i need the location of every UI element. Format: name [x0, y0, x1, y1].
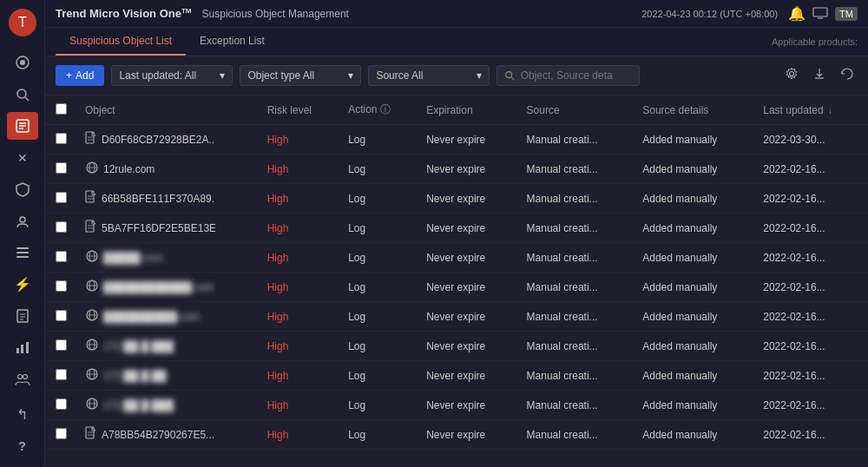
sidebar-item-home[interactable]	[7, 49, 38, 76]
row-checkbox[interactable]	[56, 369, 67, 380]
user-avatar[interactable]: TM	[835, 7, 858, 21]
row-expiration: Never expire	[418, 214, 517, 243]
svg-point-21	[17, 374, 22, 378]
row-checkbox[interactable]	[56, 251, 67, 262]
row-checkbox[interactable]	[56, 133, 67, 144]
row-risk-level: High	[259, 243, 340, 273]
row-checkbox[interactable]	[56, 339, 67, 351]
domain-icon	[85, 338, 103, 354]
main-content: Trend Micro Vision OneTM Suspicious Obje…	[45, 0, 868, 467]
row-checkbox[interactable]	[56, 221, 67, 233]
source-filter-label: Source All	[376, 69, 423, 82]
col-source-details: Source details	[634, 95, 754, 125]
row-expiration: Never expire	[418, 302, 517, 332]
row-expiration: Never expire	[418, 273, 517, 302]
svg-rect-11	[16, 247, 29, 249]
svg-point-25	[506, 72, 512, 78]
row-expiration: Never expire	[418, 125, 517, 155]
row-last-updated: 2022-02-16...	[754, 273, 868, 302]
row-source-details: Added manually	[634, 243, 754, 273]
table-row: █████.com High Log Never expire Manual c…	[45, 243, 868, 273]
row-source: Manual creati...	[518, 332, 635, 361]
row-object: 5BA7FF16DF2E5BE13E...	[76, 214, 215, 242]
table-row: D60F68CB72928BE2A... High Log Never expi…	[45, 125, 868, 155]
row-object: 172.██.█.███	[76, 391, 215, 419]
file-icon	[85, 131, 102, 148]
add-button[interactable]: + Add	[56, 65, 104, 86]
sidebar-item-suspicious[interactable]	[7, 112, 38, 140]
refresh-icon[interactable]	[837, 63, 858, 88]
row-last-updated: 2022-02-16...	[754, 155, 868, 184]
sidebar-item-lightning[interactable]: ⚡	[7, 270, 38, 298]
export-icon[interactable]	[809, 63, 830, 88]
row-checkbox[interactable]	[56, 310, 67, 321]
col-last-updated: Last updated ↓	[754, 95, 868, 125]
row-source: Manual creati...	[518, 420, 635, 450]
chevron-down-icon-2: ▾	[348, 69, 353, 82]
col-checkbox	[45, 95, 76, 125]
sidebar-item-search[interactable]	[7, 80, 38, 108]
row-object: A78BB54B2790267E5...	[76, 420, 215, 449]
domain-icon	[85, 249, 103, 266]
row-source-details: Added manually	[634, 273, 754, 302]
row-action: Log	[339, 391, 418, 420]
row-action: Log	[339, 184, 418, 214]
sidebar-item-help[interactable]: ?	[7, 432, 38, 460]
add-button-label: Add	[76, 69, 94, 82]
row-checkbox[interactable]	[56, 280, 67, 292]
row-checkbox[interactable]	[56, 192, 67, 203]
row-source-details: Added manually	[634, 125, 754, 155]
sidebar-item-people[interactable]	[7, 365, 38, 393]
row-risk-level: High	[259, 332, 340, 361]
svg-rect-19	[21, 345, 23, 353]
sidebar-item-shield[interactable]	[7, 175, 38, 203]
row-last-updated: 2022-03-30...	[754, 125, 868, 155]
row-action: Log	[339, 332, 418, 361]
row-source: Manual creati...	[518, 125, 635, 155]
file-icon	[85, 220, 102, 236]
file-icon	[85, 190, 102, 207]
settings-icon[interactable]	[781, 63, 802, 88]
topbar-icons: 🔔 TM	[788, 5, 858, 22]
applicable-products-label: Applicable products:	[772, 36, 858, 47]
row-source-details: Added manually	[634, 361, 754, 391]
domain-icon	[85, 161, 103, 177]
app-logo-icon[interactable]: T	[7, 7, 38, 38]
row-object: 172.██.█.██	[76, 361, 215, 390]
row-checkbox[interactable]	[56, 162, 67, 174]
row-object: D60F68CB72928BE2A...	[76, 125, 215, 154]
row-action: Log	[339, 420, 418, 450]
search-input[interactable]	[521, 69, 633, 82]
sidebar-item-chart[interactable]	[7, 333, 38, 361]
row-checkbox[interactable]	[56, 428, 67, 439]
notification-icon[interactable]: 🔔	[788, 5, 806, 22]
row-expiration: Never expire	[418, 332, 517, 361]
row-expiration: Never expire	[418, 361, 517, 391]
sidebar-item-flow[interactable]: ↰	[7, 400, 38, 428]
row-action: Log	[339, 155, 418, 184]
row-source: Manual creati...	[518, 155, 635, 184]
sidebar-item-doc[interactable]	[7, 302, 38, 330]
row-checkbox[interactable]	[56, 398, 67, 410]
row-object: ████████████.com	[76, 273, 215, 301]
row-expiration: Never expire	[418, 184, 517, 214]
row-source-details: Added manually	[634, 302, 754, 332]
tab-suspicious-object-list[interactable]: Suspicious Object List	[56, 28, 186, 56]
search-box[interactable]	[496, 65, 640, 86]
row-action: Log	[339, 214, 418, 243]
last-updated-filter[interactable]: Last updated: All ▾	[111, 65, 233, 86]
object-type-filter[interactable]: Object type All ▾	[240, 65, 361, 86]
screen-icon[interactable]	[812, 7, 828, 21]
source-filter[interactable]: Source All ▾	[368, 65, 490, 86]
svg-point-4	[17, 89, 26, 98]
sidebar-item-list[interactable]	[7, 239, 38, 266]
sidebar-item-close[interactable]: ✕	[7, 143, 38, 171]
row-checkbox-cell	[45, 361, 76, 391]
row-expiration: Never expire	[418, 243, 517, 273]
tab-exception-list[interactable]: Exception List	[186, 28, 279, 56]
row-last-updated: 2022-02-16...	[754, 243, 868, 273]
sidebar-item-users[interactable]	[7, 207, 38, 234]
row-risk-level: High	[259, 184, 340, 214]
row-source-details: Added manually	[634, 332, 754, 361]
select-all-checkbox[interactable]	[56, 103, 67, 115]
